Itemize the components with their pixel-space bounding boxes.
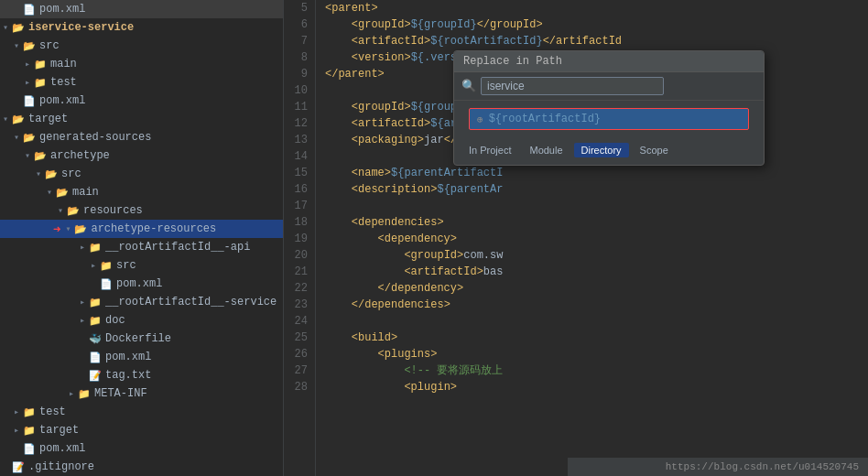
- label-src2: src: [61, 168, 81, 180]
- arrow-archetype-res: [62, 223, 73, 234]
- arrow-target2: [11, 425, 22, 436]
- folder-icon: 📁: [22, 423, 37, 438]
- folder-icon: 📁: [88, 313, 103, 328]
- code-line-18: <dependencies>: [325, 214, 868, 231]
- label-pom3: pom.xml: [116, 277, 162, 290]
- label-target: target: [28, 113, 68, 125]
- label-src: src: [39, 39, 60, 52]
- code-line-7: <artifactId>${rootArtifactId}</artifactI…: [325, 33, 868, 49]
- tree-item-src[interactable]: 📂 src: [0, 37, 283, 55]
- line-numbers: 5 6 7 8 9 10 11 12 13 14 15 16 17 18 19 …: [284, 0, 316, 476]
- folder-open-icon: 📂: [55, 185, 70, 200]
- label-archetype-resources: archetype-resources: [91, 222, 216, 235]
- folder-icon: 📁: [33, 75, 48, 90]
- code-line-28: <plugin>: [325, 379, 868, 395]
- arrow-root-api: [77, 242, 88, 253]
- label-main2: main: [72, 186, 99, 199]
- arrow-doc: [77, 315, 88, 326]
- folder-open-icon: 📂: [22, 38, 37, 53]
- code-line-22: </dependency>: [325, 280, 868, 297]
- folder-icon: 📁: [22, 405, 37, 419]
- tree-item-pom-xml-2[interactable]: 📄 pom.xml: [0, 92, 283, 110]
- label-iservice: iservice-service: [28, 21, 134, 34]
- xml-icon: 📄: [22, 93, 37, 108]
- tree-item-root-service[interactable]: 📁 __rootArtifactId__-service: [0, 293, 283, 311]
- tree-item-archetype[interactable]: 📂 archetype: [0, 146, 283, 165]
- arrow-iservice: [0, 22, 11, 33]
- tree-item-tag-txt[interactable]: 📝 tag.txt: [0, 366, 283, 384]
- arrow-src3: [88, 260, 99, 271]
- folder-open-icon: 📂: [33, 148, 48, 163]
- tree-item-test2[interactable]: 📁 test: [0, 403, 283, 421]
- folder-open-icon: 📂: [11, 112, 26, 126]
- folder-icon: 📁: [88, 295, 103, 309]
- tree-item-archetype-resources[interactable]: ➜ 📂 archetype-resources: [0, 220, 283, 238]
- filter-row: In Project Module Directory Scope: [454, 137, 764, 165]
- code-line-6: <groupId>${groupId}</groupId>: [325, 16, 868, 33]
- popup-title: Replace in Path: [454, 51, 764, 72]
- folder-open-icon: 📂: [11, 20, 26, 35]
- arrow-test2: [11, 406, 22, 417]
- tree-item-gitignore[interactable]: 📝 .gitignore: [0, 458, 283, 476]
- label-doc: doc: [105, 314, 125, 327]
- status-bar: https://blog.csdn.net/u014520745: [568, 458, 868, 476]
- filter-scope[interactable]: Scope: [633, 143, 676, 157]
- result-icon: ⊕: [477, 114, 483, 125]
- arrow-meta: [66, 388, 77, 399]
- folder-open-icon: 📂: [22, 130, 37, 145]
- filter-in-project[interactable]: In Project: [461, 143, 518, 157]
- filter-module[interactable]: Module: [522, 143, 570, 157]
- label-generated: generated-sources: [39, 131, 151, 144]
- label-test2: test: [39, 406, 66, 418]
- tree-item-resources[interactable]: 📂 resources: [0, 201, 283, 220]
- tree-item-main2[interactable]: 📂 main: [0, 183, 283, 201]
- tree-item-src3[interactable]: 📁 src: [0, 256, 283, 275]
- result-row[interactable]: ⊕ ${rootArtifactId}: [469, 108, 749, 130]
- result-text: ${rootArtifactId}: [489, 113, 601, 125]
- status-url: https://blog.csdn.net/u014520745: [666, 461, 859, 472]
- folder-open-icon: 📂: [44, 167, 59, 181]
- arrow-src2: [33, 168, 44, 179]
- tree-item-iservice-service[interactable]: 📂 iservice-service: [0, 18, 283, 37]
- code-line-24: [325, 313, 868, 330]
- tree-item-pom-xml-top[interactable]: 📄 pom.xml: [0, 0, 283, 18]
- tree-item-target2[interactable]: 📁 target: [0, 421, 283, 439]
- tree-item-root-api[interactable]: 📁 __rootArtifactId__-api: [0, 238, 283, 256]
- label-dockerfile: Dockerfile: [105, 332, 171, 345]
- tree-item-src2[interactable]: 📂 src: [0, 165, 283, 183]
- arrow-archetype: [22, 150, 33, 161]
- replace-in-path-popup: Replace in Path 🔍 ⊕ ${rootArtifactId} In…: [453, 50, 765, 166]
- code-line-25: <build>: [325, 330, 868, 346]
- code-line-15: <name>${parentArtifactI: [325, 165, 868, 181]
- folder-icon: 📁: [77, 386, 92, 401]
- search-input[interactable]: [481, 77, 664, 95]
- xml-icon: 📄: [22, 2, 37, 16]
- tree-item-pom-xml-5[interactable]: 📄 pom.xml: [0, 439, 283, 458]
- tree-item-meta-inf[interactable]: 📁 META-INF: [0, 384, 283, 403]
- folder-open-icon: 📂: [66, 203, 81, 218]
- label-test: test: [50, 76, 77, 89]
- arrow-root-service: [77, 297, 88, 308]
- tree-item-doc[interactable]: 📁 doc: [0, 311, 283, 330]
- tree-item-pom-xml-4[interactable]: 📄 pom.xml: [0, 348, 283, 366]
- tree-item-target[interactable]: 📂 target: [0, 110, 283, 128]
- tree-item-generated-sources[interactable]: 📂 generated-sources: [0, 128, 283, 146]
- tree-item-dockerfile[interactable]: 🐳 Dockerfile: [0, 330, 283, 348]
- arrow-target: [0, 114, 11, 124]
- filter-directory[interactable]: Directory: [574, 143, 629, 157]
- txt-icon: 📝: [88, 368, 103, 383]
- label-target2: target: [39, 424, 79, 437]
- tree-item-test[interactable]: 📁 test: [0, 73, 283, 92]
- arrow-test: [22, 77, 33, 88]
- label-pom5: pom.xml: [39, 442, 85, 455]
- txt-icon: 📝: [11, 460, 26, 474]
- red-arrow-indicator: ➜: [53, 222, 60, 237]
- arrow-generated: [11, 132, 22, 143]
- tree-item-main[interactable]: 📁 main: [0, 55, 283, 73]
- folder-icon: 📁: [33, 57, 48, 71]
- label-tag: tag.txt: [105, 369, 151, 382]
- arrow-src: [11, 40, 22, 51]
- label-pom2: pom.xml: [39, 94, 85, 107]
- tree-item-pom-xml-3[interactable]: 📄 pom.xml: [0, 275, 283, 293]
- result-area: ⊕ ${rootArtifactId}: [454, 101, 764, 137]
